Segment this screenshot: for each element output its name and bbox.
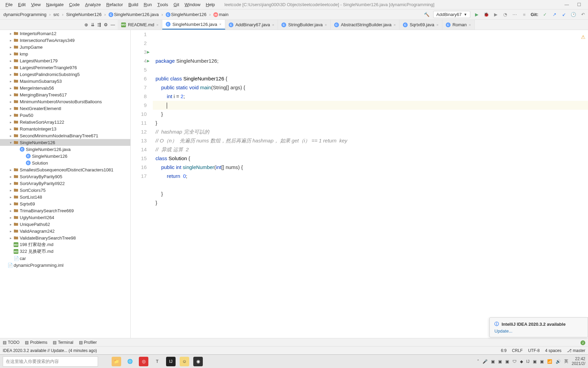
tray-app1-icon[interactable]: ▣ — [491, 359, 495, 364]
tree-item-TrimaBinarySearchTree669[interactable]: ▸TrimaBinarySearchTree669 — [0, 207, 130, 214]
select-opened-icon[interactable]: ⇶ — [97, 22, 101, 27]
app-red-icon[interactable]: ◎ — [139, 357, 148, 366]
crumb-SingleNumber126.java[interactable]: CSingleNumber126.java — [107, 11, 160, 18]
expand-all-icon[interactable]: ⊕ — [84, 22, 88, 27]
tree-item-SmallestSubsequenceofDistinctCharacters1081[interactable]: ▸SmallestSubsequenceofDistinctCharacters… — [0, 166, 130, 173]
tree-item-SingleNumber126[interactable]: CSingleNumber126 — [0, 153, 130, 159]
tree-item-MaximumSubarray53[interactable]: ▸MaximumSubarray53 — [0, 78, 130, 85]
code-line-14[interactable]: return 0; — [153, 172, 588, 181]
tray-volume-icon[interactable]: 🔊 — [556, 359, 561, 364]
code-editor[interactable]: 123▶4▶567891011121314151617 ⚠ package Si… — [131, 30, 588, 338]
editor-code[interactable]: ⚠ package SingleNumber126;public class S… — [153, 30, 588, 338]
code-line-4[interactable]: public static void main(String[] args) { — [153, 83, 588, 92]
tree-item-SortArrayByParityII922[interactable]: ▸SortArrayByParityII922 — [0, 180, 130, 187]
intellij-icon[interactable]: IJ — [166, 357, 176, 366]
tree-item-dynamicProgramming.iml[interactable]: 📄dynamicProgramming.iml — [0, 262, 130, 269]
tray-clock[interactable]: 22:42 2021/2/ — [572, 357, 585, 366]
tool-problems[interactable]: ▤Problems — [25, 340, 47, 345]
update-link[interactable]: Update... — [494, 328, 512, 334]
menu-run[interactable]: Run — [141, 2, 154, 7]
code-line-13[interactable]: public int singleNumber(int[] nums) { — [153, 163, 588, 172]
tree-item-UglyNumberII264[interactable]: ▸UglyNumberII264 — [0, 214, 130, 221]
tray-shield-icon[interactable]: 🛡 — [512, 359, 517, 364]
tree-item-SingleNumber126[interactable]: ▾SingleNumber126 — [0, 139, 130, 146]
close-icon[interactable]: × — [436, 23, 438, 27]
caret-position[interactable]: 6:9 — [501, 348, 507, 353]
chrome-icon[interactable]: 🌐 — [125, 357, 135, 366]
tray-app2-icon[interactable]: ▣ — [498, 359, 502, 364]
indent-setting[interactable]: 4 spaces — [545, 348, 561, 353]
tab-AbstractStringBuilder.java[interactable]: CAbstractStringBuilder.java× — [331, 20, 399, 30]
tree-item-UniquePaths62[interactable]: ▸UniquePaths62 — [0, 221, 130, 228]
menu-edit[interactable]: Edit — [15, 2, 28, 7]
tree-item-RomantoInteger13[interactable]: ▸RomantoInteger13 — [0, 125, 130, 132]
tree-item-LongestPalindromicSubstring5[interactable]: ▸LongestPalindromicSubstring5 — [0, 71, 130, 78]
crumb-SingleNumber126[interactable]: CSingleNumber126 — [164, 11, 208, 18]
tree-item-SortArrayByParity905[interactable]: ▸SortArrayByParity905 — [0, 173, 130, 180]
tree-item-car[interactable]: 📄car — [0, 255, 130, 262]
code-line-6[interactable] — [153, 101, 588, 110]
tray-up-icon[interactable]: ˄ — [477, 359, 479, 364]
tray-mic-icon[interactable]: 🎤 — [483, 359, 488, 364]
code-line-3[interactable]: public class SingleNumber126 { — [153, 74, 588, 83]
close-icon[interactable]: × — [394, 23, 396, 27]
close-icon[interactable]: × — [469, 23, 471, 27]
settings-icon[interactable]: ⚙ — [104, 22, 108, 27]
tree-item-IntegertoRoman12[interactable]: ▸IntegertoRoman12 — [0, 30, 130, 37]
code-line-7[interactable]: } — [153, 110, 588, 119]
tab-StringBuilder.java[interactable]: CStringBuilder.java× — [278, 20, 331, 30]
tree-item-Pow50[interactable]: ▸Pow50 — [0, 112, 130, 119]
run-line-icon[interactable]: ▶ — [147, 48, 150, 57]
tool-terminal[interactable]: ▤Terminal — [53, 340, 73, 345]
stop-icon[interactable]: ■ — [521, 12, 527, 18]
close-icon[interactable]: × — [219, 22, 221, 26]
git-branch[interactable]: ⎇ master — [567, 348, 585, 353]
line-separator[interactable]: CRLF — [512, 348, 523, 353]
tray-app3-icon[interactable]: ▣ — [505, 359, 509, 364]
menu-help[interactable]: Help — [203, 2, 218, 7]
close-icon[interactable]: × — [156, 23, 158, 27]
code-line-8[interactable]: } — [153, 119, 588, 127]
menu-analyze[interactable]: Analyze — [82, 2, 103, 7]
explorer-icon[interactable]: 📁 — [112, 357, 121, 366]
tool-todo[interactable]: ▤TODO — [3, 340, 19, 345]
tree-item-SortList148[interactable]: ▸SortList148 — [0, 194, 130, 200]
tree-item-MergingBinaryTrees617[interactable]: ▸MergingBinaryTrees617 — [0, 91, 130, 98]
tray-app7-icon[interactable]: ▣ — [540, 359, 544, 364]
menu-git[interactable]: Git — [171, 2, 182, 7]
code-line-10[interactable]: // O（n） 先遍历 nums 数组，然后再遍历 hashmap， 如果 ge… — [153, 136, 588, 145]
code-line-5[interactable]: int i = 2; — [153, 92, 588, 101]
crumb-SingleNumber126[interactable]: SingleNumber126 — [65, 11, 103, 18]
tree-item-198 打家劫舍.md[interactable]: MD198 打家劫舍.md — [0, 241, 130, 248]
tab-Sqrtx69.java[interactable]: CSqrtx69.java× — [399, 20, 442, 30]
close-icon[interactable]: × — [272, 23, 274, 27]
menu-navigate[interactable]: Navigate — [44, 2, 66, 7]
tray-ime[interactable]: 英 — [564, 358, 568, 364]
file-encoding[interactable]: UTF-8 — [528, 348, 540, 353]
code-line-1[interactable]: package SingleNumber126; — [153, 57, 588, 65]
hide-icon[interactable]: — — [111, 22, 115, 27]
git-revert-icon[interactable]: ↶ — [580, 12, 586, 18]
tab-AddBinary67.java[interactable]: CAddBinary67.java× — [225, 20, 278, 30]
code-line-9[interactable]: // hashmap 完全可以的 — [153, 127, 588, 136]
tree-item-SingleNumber126.java[interactable]: CSingleNumber126.java — [0, 146, 130, 153]
tree-item-LargestNumber179[interactable]: ▸LargestNumber179 — [0, 57, 130, 64]
attach-icon[interactable]: ⋯ — [512, 12, 518, 18]
tree-item-SecondMinimumNodeInaBinaryTree671[interactable]: ▸SecondMinimumNodeInaBinaryTree671 — [0, 132, 130, 139]
tree-item-NextGreaterElementI[interactable]: ▸NextGreaterElementI — [0, 105, 130, 112]
tree-item-IntersectionofTwoArrays349[interactable]: ▸IntersectionofTwoArrays349 — [0, 37, 130, 44]
tree-item-LargestPerimeterTriangle976[interactable]: ▸LargestPerimeterTriangle976 — [0, 64, 130, 71]
app-yellow-icon[interactable]: ☺ — [180, 357, 189, 366]
git-history-icon[interactable]: 🕑 — [570, 12, 576, 18]
build-icon[interactable]: 🔨 — [424, 12, 430, 18]
close-icon[interactable]: × — [325, 23, 327, 27]
menu-file[interactable]: File — [3, 2, 15, 7]
menu-refactor[interactable]: Refactor — [103, 2, 126, 7]
code-line-12[interactable]: class Solution { — [153, 154, 588, 163]
run-line-icon[interactable]: ▶ — [147, 57, 150, 65]
crumb-main[interactable]: mmain — [212, 11, 230, 18]
tree-item-322 兑换硬币.md[interactable]: MD322 兑换硬币.md — [0, 248, 130, 255]
debug-icon[interactable]: 🐞 — [483, 12, 489, 18]
crumb-dynamicProgramming[interactable]: dynamicProgramming — [2, 11, 48, 18]
tree-item-Sqrtx69[interactable]: ▸Sqrtx69 — [0, 200, 130, 207]
